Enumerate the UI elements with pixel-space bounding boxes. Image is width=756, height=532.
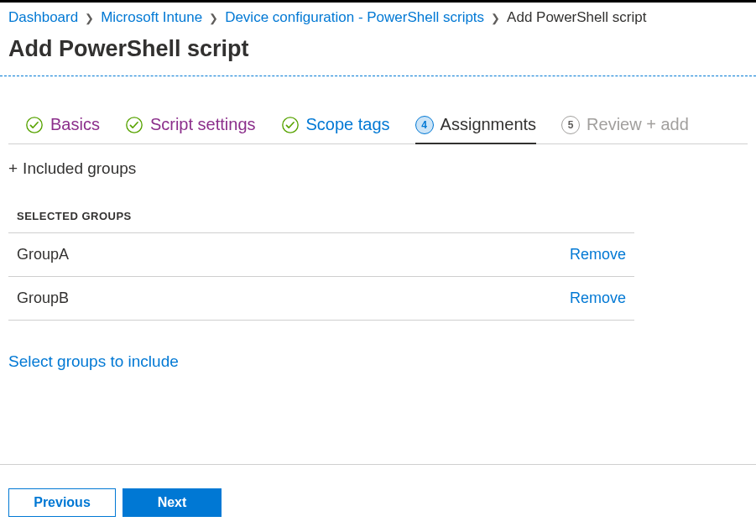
tab-review-add: 5 Review + add	[561, 115, 689, 144]
select-groups-link[interactable]: Select groups to include	[8, 321, 179, 371]
breadcrumb-current: Add PowerShell script	[507, 9, 646, 26]
expand-icon: +	[8, 159, 18, 178]
check-circle-icon	[281, 116, 300, 134]
assignments-content: + Included groups Selected groups GroupA…	[0, 144, 756, 371]
step-number-5: 5	[561, 116, 580, 134]
tab-assignments[interactable]: 4 Assignments	[415, 115, 537, 144]
check-circle-icon	[125, 116, 143, 134]
svg-point-2	[282, 117, 297, 132]
tab-review-add-label: Review + add	[587, 115, 689, 134]
breadcrumb-dashboard[interactable]: Dashboard	[8, 9, 78, 26]
breadcrumb-intune[interactable]: Microsoft Intune	[101, 9, 202, 26]
included-groups-label: Included groups	[23, 159, 136, 178]
next-button[interactable]: Next	[123, 488, 222, 517]
group-name: GroupB	[17, 289, 69, 307]
remove-group-button[interactable]: Remove	[570, 289, 626, 307]
breadcrumb-device-config[interactable]: Device configuration - PowerShell script…	[225, 9, 484, 26]
included-groups-toggle[interactable]: + Included groups	[8, 159, 748, 178]
tab-assignments-label: Assignments	[441, 115, 537, 134]
selected-groups-table: GroupA Remove GroupB Remove	[8, 232, 634, 321]
tab-script-settings[interactable]: Script settings	[125, 115, 256, 144]
page-title: Add PowerShell script	[0, 31, 756, 76]
wizard-tabs: Basics Script settings Scope tags 4 Assi…	[8, 76, 748, 144]
footer-divider	[0, 464, 756, 465]
selected-groups-header: Selected groups	[8, 178, 748, 232]
svg-point-0	[27, 117, 42, 132]
table-row: GroupB Remove	[8, 277, 634, 321]
tab-basics-label: Basics	[50, 115, 100, 134]
step-number-4: 4	[415, 116, 434, 134]
table-row: GroupA Remove	[8, 233, 634, 277]
chevron-right-icon: ❯	[484, 12, 507, 24]
wizard-footer: Previous Next	[8, 488, 222, 517]
tab-basics[interactable]: Basics	[25, 115, 100, 144]
svg-point-1	[127, 117, 142, 132]
group-name: GroupA	[17, 246, 69, 263]
tab-script-settings-label: Script settings	[150, 115, 256, 134]
remove-group-button[interactable]: Remove	[570, 246, 626, 263]
chevron-right-icon: ❯	[202, 12, 225, 24]
tab-scope-tags-label: Scope tags	[306, 115, 390, 134]
check-circle-icon	[25, 116, 44, 134]
tab-scope-tags[interactable]: Scope tags	[281, 115, 390, 144]
previous-button[interactable]: Previous	[8, 488, 116, 517]
chevron-right-icon: ❯	[78, 12, 101, 24]
breadcrumb: Dashboard ❯ Microsoft Intune ❯ Device co…	[0, 3, 756, 31]
